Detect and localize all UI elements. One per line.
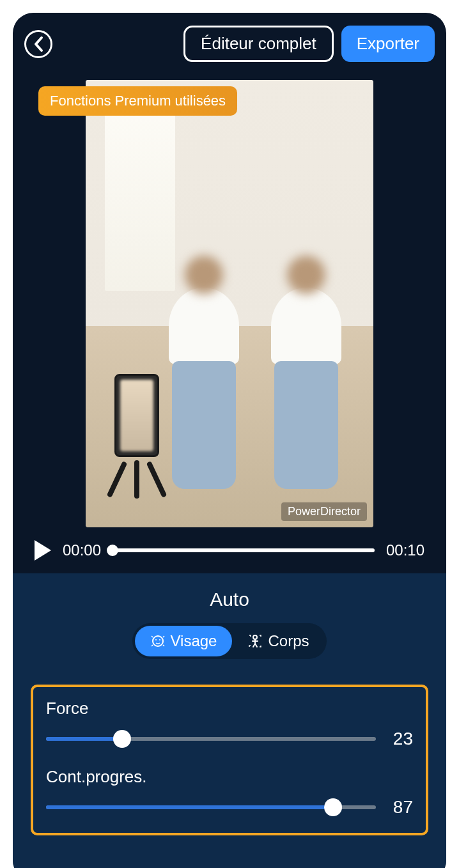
back-button[interactable]	[24, 30, 52, 58]
slider-group-force: Force 23	[46, 699, 413, 749]
full-editor-button[interactable]: Éditeur complet	[183, 26, 334, 62]
header: Éditeur complet Exporter	[13, 13, 446, 75]
slider-label: Force	[46, 699, 413, 718]
progress-thumb[interactable]	[107, 545, 118, 556]
svg-point-2	[159, 639, 160, 640]
slider-value: 87	[387, 797, 413, 818]
slider-group-cont-progres: Cont.progres. 87	[46, 767, 413, 818]
controls-panel: Auto Visage Corps	[13, 573, 446, 868]
slider-force[interactable]	[46, 737, 376, 741]
segment-control: Visage Corps	[132, 623, 327, 659]
slider-thumb[interactable]	[324, 798, 342, 816]
current-time: 00:00	[63, 541, 101, 559]
slider-value: 23	[387, 729, 413, 749]
segment-visage[interactable]: Visage	[135, 626, 233, 656]
premium-badge: Fonctions Premium utilisées	[38, 86, 237, 116]
total-time: 00:10	[386, 541, 424, 559]
slider-fill	[46, 737, 122, 741]
playback-bar: 00:00 00:10	[13, 527, 446, 573]
segment-label: Visage	[171, 632, 217, 650]
scene	[86, 80, 373, 527]
slider-fill	[46, 805, 333, 809]
slider-cont-progres[interactable]	[46, 805, 376, 809]
sliders-highlight: Force 23 Cont.progres. 87	[31, 685, 428, 835]
face-icon	[150, 633, 166, 649]
app-frame: Éditeur complet Exporter Fonctions Premi…	[13, 13, 446, 868]
svg-point-1	[155, 639, 157, 640]
export-button[interactable]: Exporter	[341, 26, 435, 62]
chevron-left-icon	[33, 36, 44, 52]
playback-progress[interactable]	[113, 548, 375, 552]
svg-point-0	[153, 636, 163, 646]
body-icon	[247, 633, 263, 649]
mode-title: Auto	[210, 589, 249, 610]
segment-corps[interactable]: Corps	[232, 626, 324, 656]
play-button[interactable]	[35, 540, 51, 561]
video-preview[interactable]: PowerDirector	[86, 80, 373, 527]
slider-label: Cont.progres.	[46, 767, 413, 787]
segment-label: Corps	[268, 632, 309, 650]
watermark: PowerDirector	[281, 502, 367, 521]
preview-area: Fonctions Premium utilisées	[13, 75, 446, 527]
slider-thumb[interactable]	[113, 730, 131, 748]
